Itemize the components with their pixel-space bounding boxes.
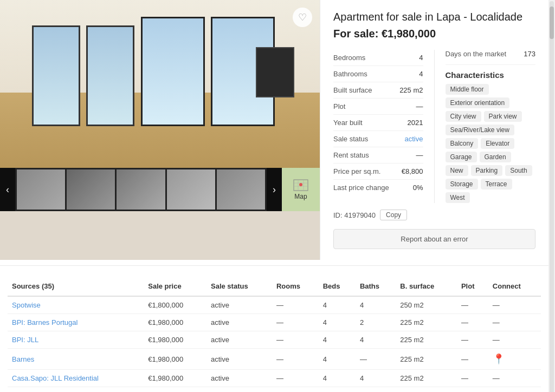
source-name[interactable]: BPI: JLL (8, 331, 144, 349)
plot-cell: — (457, 387, 488, 393)
table-row: Casa.Sapo: JLL Residential€1,980,000acti… (8, 370, 541, 387)
baths-cell: 4 (356, 370, 396, 387)
beds-cell: 4 (319, 331, 356, 349)
table-column-header: Sale status (206, 279, 272, 296)
detail-label: Bathrooms (333, 70, 367, 78)
table-column-header: Sources (35) (8, 279, 144, 296)
days-label: Days on the market (446, 50, 507, 58)
detail-row: Bedrooms4 (333, 50, 423, 66)
connect-cell: — (488, 331, 541, 349)
detail-label: Year built (333, 119, 363, 127)
sale-price-cell: €1,980,000 (144, 314, 206, 331)
rooms-cell: — (272, 370, 319, 387)
map-thumbnail[interactable]: Map (282, 168, 320, 211)
report-error-button[interactable]: Report about an error (333, 229, 535, 249)
table-column-header: Baths (356, 279, 396, 296)
beds-cell: 4 (319, 387, 356, 393)
plot-cell: — (457, 331, 488, 349)
sources-table: Sources (35)Sale priceSale statusRoomsBe… (8, 279, 541, 392)
sale-label: For sale: (333, 28, 378, 40)
source-name[interactable]: Barnes (8, 349, 144, 370)
thumbnail-3[interactable] (117, 169, 165, 210)
detail-value: — (416, 102, 423, 110)
rooms-cell: — (272, 331, 319, 349)
detail-value: — (416, 151, 423, 159)
connect-cell: — (488, 387, 541, 393)
copy-id-button[interactable]: Copy (380, 210, 407, 220)
b-surface-cell: 225 m2 (396, 387, 457, 393)
thumbnail-5[interactable] (217, 169, 265, 210)
detail-row: Sale statusactive (333, 131, 423, 147)
sale-status-cell: active (206, 370, 272, 387)
table-row: Spotwise€1,800,000active—44250 m2—— (8, 296, 541, 314)
detail-label: Price per sq.m. (333, 167, 380, 175)
source-name[interactable]: BPI: Barnes Portugal (8, 314, 144, 331)
rooms-cell: — (272, 314, 319, 331)
b-surface-cell: 225 m2 (396, 314, 457, 331)
plot-cell: — (457, 349, 488, 370)
detail-row: Plot— (333, 99, 423, 115)
characteristic-tag: Balcony (446, 138, 479, 149)
characteristic-tag: South (505, 165, 532, 176)
thumbnail-2[interactable] (67, 169, 115, 210)
detail-value: 2021 (408, 119, 423, 127)
sale-price: For sale: €1,980,000 (333, 28, 535, 40)
source-name[interactable]: Spotwise (8, 296, 144, 314)
thumbnail-1[interactable] (17, 169, 65, 210)
detail-label: Built surface (333, 86, 372, 94)
rooms-cell: — (272, 387, 319, 393)
detail-value: active (405, 135, 423, 143)
property-image-area: ♡ ‹ › (0, 0, 320, 260)
sale-price-cell: €1,980,000 (144, 370, 206, 387)
table-row: Barnes€1,980,000active—4—225 m2—📍 (8, 349, 541, 370)
b-surface-cell: 225 m2 (396, 331, 457, 349)
source-name[interactable]: Casa.Sapo: JLL Residential (8, 370, 144, 387)
baths-cell: 2 (356, 314, 396, 331)
characteristic-tag: Middle floor (446, 84, 489, 95)
table-column-header: B. surface (396, 279, 457, 296)
table-row: Fine & Country€1,980,000active—44225 m2—… (8, 387, 541, 393)
detail-label: Rent status (333, 151, 369, 159)
sale-status-cell: active (206, 314, 272, 331)
property-info-panel: Apartment for sale in Lapa - Localidade … (320, 0, 548, 260)
characteristics-title: Characteristics (446, 70, 536, 80)
characteristics-tags: Middle floorExterior orientationCity vie… (446, 84, 536, 203)
table-column-header: Connect (488, 279, 541, 296)
characteristic-tag: West (446, 192, 470, 203)
beds-cell: 4 (319, 314, 356, 331)
days-value: 173 (524, 50, 535, 58)
detail-value: 4 (419, 54, 423, 62)
detail-row: Price per sq.m.€8,800 (333, 164, 423, 180)
next-image-button[interactable]: › (267, 168, 282, 211)
prev-image-button[interactable]: ‹ (0, 168, 15, 211)
table-row: BPI: JLL€1,980,000active—44225 m2—— (8, 331, 541, 349)
detail-row: Rent status— (333, 147, 423, 164)
table-column-header: Rooms (272, 279, 319, 296)
source-name[interactable]: Fine & Country (8, 387, 144, 393)
sale-price-cell: €1,980,000 (144, 387, 206, 393)
sale-status-cell: active (206, 387, 272, 393)
property-title: Apartment for sale in Lapa - Localidade (333, 11, 535, 23)
connect-cell: — (488, 296, 541, 314)
detail-row: Last price change0% (333, 180, 423, 195)
plot-cell: — (457, 296, 488, 314)
plot-cell: — (457, 370, 488, 387)
thumbnail-4[interactable] (167, 169, 215, 210)
main-property-image: ♡ (0, 0, 320, 168)
favorite-button[interactable]: ♡ (293, 8, 312, 27)
b-surface-cell: 250 m2 (396, 296, 457, 314)
table-column-header: Sale price (144, 279, 206, 296)
table-row: BPI: Barnes Portugal€1,980,000active—422… (8, 314, 541, 331)
connect-cell: — (488, 370, 541, 387)
map-icon (293, 179, 309, 192)
beds-cell: 4 (319, 370, 356, 387)
plot-cell: — (457, 314, 488, 331)
detail-row: Built surface225 m2 (333, 82, 423, 99)
characteristic-tag: Garden (480, 152, 511, 162)
sale-price-cell: €1,980,000 (144, 331, 206, 349)
scrollbar[interactable] (548, 0, 555, 392)
characteristics-section: Characteristics Middle floorExterior ori… (446, 70, 536, 203)
scrollbar-thumb (550, 6, 554, 39)
rooms-cell: — (272, 296, 319, 314)
table-column-header: Plot (457, 279, 488, 296)
